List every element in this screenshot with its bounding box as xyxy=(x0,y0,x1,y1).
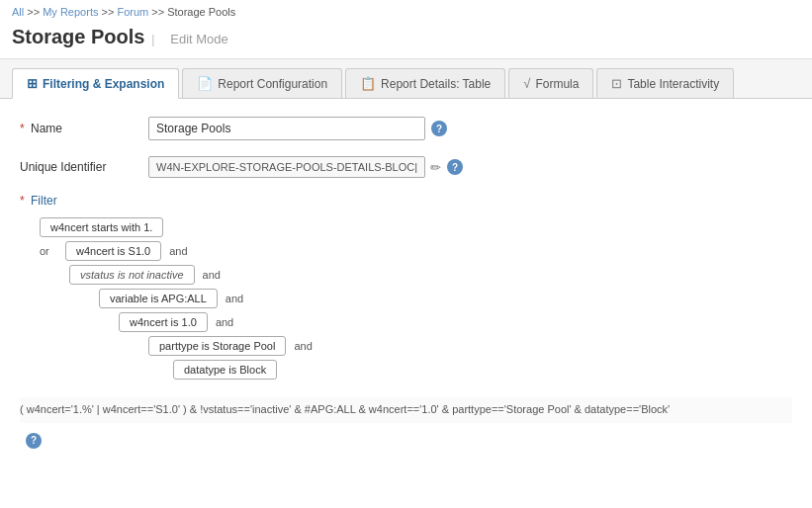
filter-tree: w4ncert starts with 1. or w4ncert is S1.… xyxy=(40,217,792,380)
bottom-help: ? xyxy=(20,433,792,449)
breadcrumb-all[interactable]: All xyxy=(12,6,24,18)
formula-bar: ( w4ncert='1.%' | w4ncert=='S1.0' ) & !v… xyxy=(20,397,792,423)
and-label-4: and xyxy=(216,316,233,328)
filter-box-3[interactable]: variable is APG:ALL xyxy=(99,289,218,308)
filter-row-5: parttype is Storage Pool and xyxy=(40,336,792,356)
tab-report-details[interactable]: 📋 Report Details: Table xyxy=(345,68,505,98)
or-label-1: or xyxy=(40,245,59,257)
tab-filtering[interactable]: ⊞ Filtering & Expansion xyxy=(12,68,179,99)
uid-help-icon[interactable]: ? xyxy=(447,159,463,175)
breadcrumb-sep1: >> xyxy=(27,6,43,18)
breadcrumb-current: Storage Pools xyxy=(167,6,235,18)
filter-box-6[interactable]: datatype is Block xyxy=(173,360,277,380)
tab-formula[interactable]: √ Formula xyxy=(508,68,593,98)
name-required-star: * xyxy=(20,122,25,135)
filter-box-2[interactable]: vstatus is not inactive xyxy=(69,265,195,285)
name-row: * Name ? xyxy=(20,117,792,140)
filter-box-1[interactable]: w4ncert is S1.0 xyxy=(65,241,161,261)
page-title: Storage Pools xyxy=(12,26,144,48)
filter-row-0: w4ncert starts with 1. xyxy=(40,217,792,237)
name-input[interactable] xyxy=(148,117,425,140)
filter-box-4[interactable]: w4ncert is 1.0 xyxy=(119,312,208,332)
tab-bar: ⊞ Filtering & Expansion 📄 Report Configu… xyxy=(0,59,812,99)
and-label-5: and xyxy=(294,340,312,352)
filter-required-star: * xyxy=(20,194,25,208)
breadcrumb-sep3: >> xyxy=(151,6,167,18)
tab-formula-label: Formula xyxy=(535,77,579,91)
uid-input[interactable] xyxy=(148,156,425,178)
filter-row-4: w4ncert is 1.0 and xyxy=(40,312,792,332)
title-pipe: | xyxy=(144,33,154,46)
breadcrumb-my-reports[interactable]: My Reports xyxy=(43,6,98,18)
breadcrumb: All >> My Reports >> Forum >> Storage Po… xyxy=(0,0,812,22)
content-area: * Name ? Unique Identifier ✏ ? * Filter … xyxy=(0,99,812,466)
identifier-row: ✏ ? xyxy=(148,156,463,178)
filter-row-6: datatype is Block xyxy=(40,360,792,380)
and-label-3: and xyxy=(226,293,243,304)
breadcrumb-forum[interactable]: Forum xyxy=(117,6,148,18)
page-title-bar: Storage Pools | Edit Mode xyxy=(0,22,812,59)
name-label: * Name xyxy=(20,122,148,135)
uid-edit-pencil-icon[interactable]: ✏ xyxy=(430,160,441,175)
tab-report-config-label: Report Configuration xyxy=(218,77,327,91)
tab-report-details-label: Report Details: Table xyxy=(381,77,491,91)
formula-icon: √ xyxy=(523,76,530,91)
filter-label: * Filter xyxy=(20,194,792,208)
report-config-icon: 📄 xyxy=(197,76,213,91)
filter-box-0[interactable]: w4ncert starts with 1. xyxy=(40,217,163,237)
filter-row-2: vstatus is not inactive and xyxy=(40,265,792,285)
name-help-icon[interactable]: ? xyxy=(431,121,447,136)
filtering-icon: ⊞ xyxy=(27,76,38,91)
tab-report-config[interactable]: 📄 Report Configuration xyxy=(182,68,342,98)
filter-row-1: or w4ncert is S1.0 and xyxy=(40,241,792,261)
edit-mode-label: Edit Mode xyxy=(170,32,228,46)
tab-table-interactivity[interactable]: ⊡ Table Interactivity xyxy=(596,68,734,98)
and-label-2: and xyxy=(203,269,221,281)
table-interactivity-icon: ⊡ xyxy=(611,76,622,91)
and-label-1: and xyxy=(169,245,187,257)
breadcrumb-sep2: >> xyxy=(102,6,118,18)
bottom-help-icon[interactable]: ? xyxy=(26,433,42,449)
tab-filtering-label: Filtering & Expansion xyxy=(43,77,164,91)
filter-section: * Filter w4ncert starts with 1. or w4nce… xyxy=(20,194,792,449)
formula-text: ( w4ncert='1.%' | w4ncert=='S1.0' ) & !v… xyxy=(20,403,670,415)
report-details-icon: 📋 xyxy=(360,76,376,91)
filter-box-5[interactable]: parttype is Storage Pool xyxy=(148,336,286,356)
uid-row: Unique Identifier ✏ ? xyxy=(20,156,792,178)
uid-label: Unique Identifier xyxy=(20,160,148,174)
tab-table-interactivity-label: Table Interactivity xyxy=(627,77,719,91)
filter-row-3: variable is APG:ALL and xyxy=(40,289,792,308)
